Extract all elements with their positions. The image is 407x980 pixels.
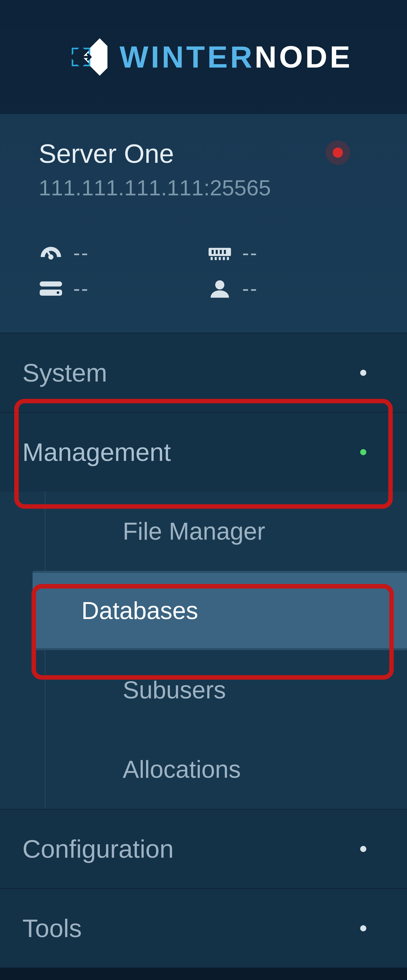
- dot-icon: [360, 370, 366, 376]
- svg-rect-21: [227, 257, 229, 260]
- dot-icon: [360, 925, 366, 931]
- svg-rect-17: [211, 257, 213, 260]
- server-stats: -- --: [39, 241, 368, 300]
- nav-section-management[interactable]: Management: [0, 412, 407, 492]
- stat-users-value: --: [242, 277, 258, 300]
- nav-section-label: Tools: [22, 914, 82, 943]
- nav-item-label: Allocations: [123, 755, 241, 783]
- nav-section-label: System: [22, 358, 107, 387]
- brand-text-winter: WINTER: [120, 42, 255, 72]
- snowflake-logo-icon: [54, 30, 107, 83]
- brand-logo[interactable]: WINTER NODE: [0, 0, 407, 114]
- svg-rect-25: [224, 250, 226, 254]
- stat-disk: --: [39, 277, 199, 300]
- server-address[interactable]: 111.111.111.111:25565: [39, 175, 368, 200]
- stat-memory-value: --: [242, 241, 258, 264]
- disk-icon: [39, 279, 63, 298]
- stat-disk-value: --: [73, 277, 89, 300]
- svg-rect-26: [40, 282, 62, 286]
- stat-users: --: [208, 277, 368, 300]
- svg-rect-18: [215, 257, 217, 260]
- nav-item-label: Subusers: [123, 676, 226, 704]
- nav-item-label: Databases: [81, 597, 198, 625]
- nav-section-system[interactable]: System: [0, 333, 407, 412]
- svg-rect-20: [223, 257, 225, 260]
- gauge-icon: [39, 244, 63, 262]
- brand-wordmark: WINTER NODE: [120, 42, 353, 72]
- dot-icon: [360, 449, 366, 455]
- nav-section-configuration[interactable]: Configuration: [0, 809, 407, 888]
- svg-point-28: [57, 291, 59, 294]
- sidebar: WINTER NODE Server One 111.111.111.111:2…: [0, 0, 407, 967]
- stat-cpu: --: [39, 241, 199, 264]
- nav-item-file-manager[interactable]: File Manager: [45, 492, 407, 571]
- stat-cpu-value: --: [73, 241, 89, 264]
- nav-item-databases[interactable]: Databases: [33, 571, 407, 650]
- nav-item-subusers[interactable]: Subusers: [45, 650, 407, 730]
- svg-rect-22: [211, 250, 214, 254]
- server-summary-card: Server One 111.111.111.111:25565 --: [0, 114, 407, 333]
- svg-point-29: [215, 280, 224, 290]
- memory-icon: [208, 244, 232, 262]
- svg-rect-24: [220, 250, 222, 254]
- nav-section-label: Management: [22, 438, 171, 466]
- svg-rect-23: [216, 250, 218, 254]
- nav-section-tools[interactable]: Tools: [0, 888, 407, 967]
- server-status-indicator: [326, 140, 350, 165]
- nav-item-label: File Manager: [123, 517, 265, 545]
- stat-memory: --: [208, 241, 368, 264]
- server-name: Server One: [39, 138, 368, 169]
- dot-icon: [360, 846, 366, 852]
- nav-section-label: Configuration: [22, 834, 174, 864]
- user-icon: [208, 279, 232, 298]
- svg-rect-19: [219, 257, 221, 260]
- nav-item-allocations[interactable]: Allocations: [45, 730, 407, 809]
- nav-submenu-management: File Manager Databases Subusers Allocati…: [0, 492, 407, 809]
- brand-text-node: NODE: [254, 42, 353, 72]
